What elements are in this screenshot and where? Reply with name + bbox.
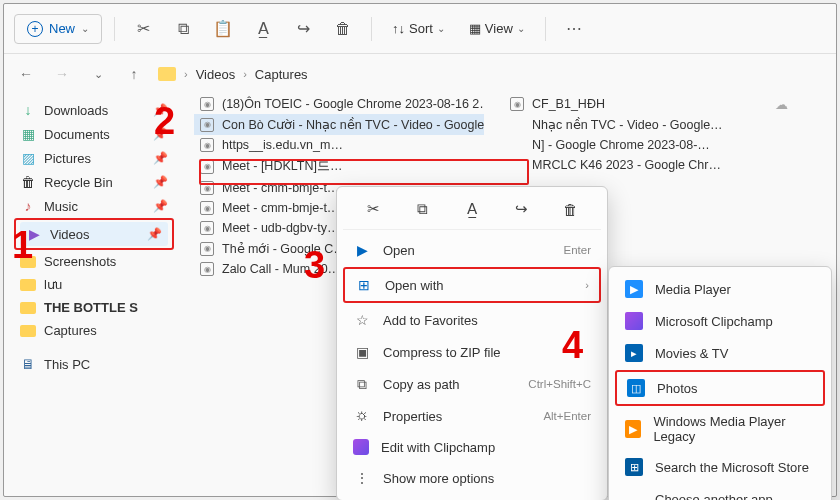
plus-icon: +: [27, 21, 43, 37]
sub-chooseapp[interactable]: Choose another app: [615, 483, 825, 500]
video-file-icon: ◉: [200, 201, 214, 215]
context-toolbar: ✂ ⧉ A̲ ↪ 🗑: [343, 193, 601, 230]
file-item[interactable]: ◉N] - Google Chrome 2023-08-…: [504, 135, 794, 155]
copy-icon[interactable]: ⧉: [167, 13, 199, 45]
delete-icon[interactable]: 🗑: [327, 13, 359, 45]
new-label: New: [49, 21, 75, 36]
ctx-properties[interactable]: ⛭PropertiesAlt+Enter: [343, 400, 601, 432]
copy-icon[interactable]: ⧉: [411, 197, 435, 221]
pin-icon: 📌: [153, 199, 168, 213]
sidebar: ↓Downloads📌 ▦Documents📌 ▨Pictures📌 🗑Recy…: [4, 94, 184, 496]
explorer-window: + New ⌄ ✂ ⧉ 📋 A̲ ↪ 🗑 ↑↓ Sort ⌄ ▦ View ⌄ …: [3, 3, 837, 497]
delete-icon[interactable]: 🗑: [558, 197, 582, 221]
cut-icon[interactable]: ✂: [127, 13, 159, 45]
sub-store[interactable]: ⊞Search the Microsoft Store: [615, 451, 825, 483]
folder-icon: [20, 279, 36, 291]
cloud-icon: ☁: [774, 97, 788, 111]
back-button[interactable]: ←: [14, 62, 38, 86]
sidebar-item-bottle[interactable]: THE BOTTLE S: [14, 296, 174, 319]
copypath-icon: ⧉: [353, 375, 371, 393]
cut-icon[interactable]: ✂: [362, 197, 386, 221]
wmp-icon: ▶: [625, 420, 641, 438]
sidebar-item-screenshots[interactable]: Screenshots: [14, 250, 174, 273]
sidebar-item-pictures[interactable]: ▨Pictures📌: [14, 146, 174, 170]
file-item[interactable]: ◉Nhạc nền TVC - Video - Google…: [504, 114, 794, 135]
view-dropdown[interactable]: ▦ View ⌄: [461, 15, 533, 42]
ctx-open[interactable]: ▶OpenEnter: [343, 234, 601, 266]
new-button[interactable]: + New ⌄: [14, 14, 102, 44]
sidebar-item-recyclebin[interactable]: 🗑Recycle Bin📌: [14, 170, 174, 194]
file-item[interactable]: ◉CF_B1_HĐH☁: [504, 94, 794, 114]
view-label: View: [485, 21, 513, 36]
video-file-icon: ◉: [510, 97, 524, 111]
annotation-4: 4: [562, 324, 583, 367]
file-item[interactable]: ◉https__is.edu.vn_m…: [194, 135, 484, 155]
sidebar-item-videos[interactable]: ▶Videos📌: [20, 222, 168, 246]
sidebar-item-downloads[interactable]: ↓Downloads📌: [14, 98, 174, 122]
file-item[interactable]: ◉(18)Ôn TOEIC - Google Chrome 2023-08-16…: [194, 94, 484, 114]
video-file-icon: ◉: [200, 242, 214, 256]
folder-icon: [20, 302, 36, 314]
play-icon: ▶: [353, 241, 371, 259]
sidebar-item-thispc[interactable]: 🖥This PC: [14, 352, 174, 376]
forward-button[interactable]: →: [50, 62, 74, 86]
store-icon: ⊞: [625, 458, 643, 476]
paste-icon[interactable]: 📋: [207, 13, 239, 45]
sub-photos[interactable]: ◫Photos: [617, 372, 823, 404]
share-icon[interactable]: ↪: [509, 197, 533, 221]
more-icon: ⋮: [353, 469, 371, 487]
rename-icon[interactable]: A̲: [247, 13, 279, 45]
up-button[interactable]: ↑: [122, 62, 146, 86]
video-file-icon: ◉: [200, 221, 214, 235]
video-file-icon: ◉: [200, 160, 214, 174]
chevron-right-icon: ›: [243, 68, 247, 80]
video-file-icon: ◉: [200, 262, 214, 276]
moviestv-icon: ▸: [625, 344, 643, 362]
breadcrumb-videos[interactable]: Videos: [196, 67, 236, 82]
properties-icon: ⛭: [353, 407, 371, 425]
sub-mediaplayer[interactable]: ▶Media Player: [615, 273, 825, 305]
pin-icon: 📌: [153, 151, 168, 165]
blank-icon: [625, 490, 643, 500]
annotation-1: 1: [12, 224, 33, 267]
pin-icon: 📌: [153, 175, 168, 189]
navbar: ← → ⌄ ↑ › Videos › Captures: [4, 54, 836, 94]
share-icon[interactable]: ↪: [287, 13, 319, 45]
breadcrumb[interactable]: › Videos › Captures: [158, 67, 308, 82]
photos-icon: ◫: [627, 379, 645, 397]
folder-icon: [158, 67, 176, 81]
video-file-icon: ◉: [200, 97, 214, 111]
chevron-down-icon[interactable]: ⌄: [86, 62, 110, 86]
ctx-copypath[interactable]: ⧉Copy as pathCtrl+Shift+C: [343, 368, 601, 400]
openwith-icon: ⊞: [355, 276, 373, 294]
sub-moviestv[interactable]: ▸Movies & TV: [615, 337, 825, 369]
file-item-selected[interactable]: ◉Con Bò Cười - Nhạc nền TVC - Video - Go…: [194, 114, 484, 135]
sub-wmp[interactable]: ▶Windows Media Player Legacy: [615, 407, 825, 451]
video-file-icon: ◉: [200, 138, 214, 152]
zip-icon: ▣: [353, 343, 371, 361]
ctx-clipchamp[interactable]: Edit with Clipchamp: [343, 432, 601, 462]
star-icon: ☆: [353, 311, 371, 329]
sort-dropdown[interactable]: ↑↓ Sort ⌄: [384, 15, 453, 42]
more-icon[interactable]: ⋯: [558, 13, 590, 45]
sidebar-item-documents[interactable]: ▦Documents📌: [14, 122, 174, 146]
chevron-down-icon: ⌄: [437, 23, 445, 34]
annotation-2: 2: [154, 100, 175, 143]
sub-clipchamp[interactable]: Microsoft Clipchamp: [615, 305, 825, 337]
breadcrumb-captures[interactable]: Captures: [255, 67, 308, 82]
video-file-icon: ◉: [200, 181, 214, 195]
sidebar-item-luu[interactable]: lưu: [14, 273, 174, 296]
openwith-submenu: ▶Media Player Microsoft Clipchamp ▸Movie…: [608, 266, 832, 500]
file-item[interactable]: ◉Meet - [HDKLTN]드…: [194, 155, 484, 178]
file-item[interactable]: ◉MRCLC K46 2023 - Google Chr…: [504, 155, 794, 175]
video-file-icon: ◉: [200, 118, 214, 132]
sidebar-item-captures[interactable]: Captures: [14, 319, 174, 342]
clipchamp-icon: [625, 312, 643, 330]
sidebar-item-music[interactable]: ♪Music📌: [14, 194, 174, 218]
folder-icon: [20, 325, 36, 337]
ctx-more[interactable]: ⋮Show more options: [343, 462, 601, 494]
ctx-openwith[interactable]: ⊞Open with›: [345, 269, 599, 301]
sort-label: Sort: [409, 21, 433, 36]
annotation-3: 3: [304, 244, 325, 287]
rename-icon[interactable]: A̲: [460, 197, 484, 221]
